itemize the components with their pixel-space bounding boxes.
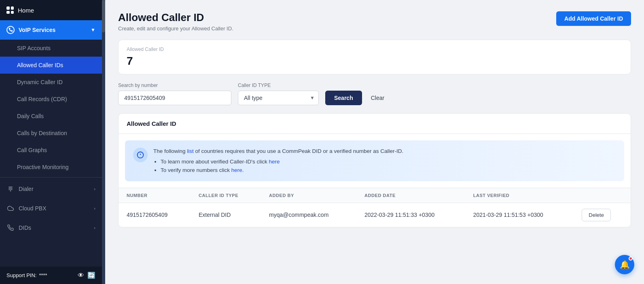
search-by-number-input[interactable] [118,91,231,105]
cell-added-date: 2022-03-29 11:51:33 +0300 [356,203,465,227]
cell-actions: Delete [574,203,631,227]
search-by-number-label: Search by number [118,83,231,88]
search-button[interactable]: Search [325,91,362,105]
sidebar-item-allowed-caller-ids[interactable]: Allowed Caller IDs [0,57,102,74]
svg-point-1 [10,187,11,187]
scrollbar-thumb[interactable] [102,0,105,32]
phone-icon [6,224,15,232]
table-card-header: Allowed Caller ID [119,114,631,134]
add-allowed-caller-id-button[interactable]: Add Allowed Caller ID [556,11,631,26]
table-header-row: NUMBER CALLER ID TYPE ADDED BY ADDED DAT… [119,188,631,203]
sidebar-dialer-label: Dialer [19,186,34,192]
sidebar-top-bar: Home [0,0,102,20]
clear-button[interactable]: Clear [369,91,387,105]
table-body: 4915172605409 External DID myqa@commpeak… [119,203,631,227]
sidebar-item-daily-calls[interactable]: Daily Calls [0,108,102,125]
col-caller-id-type: CALLER ID TYPE [191,188,261,203]
sidebar-item-cloud-pbx[interactable]: Cloud PBX › [0,199,102,218]
support-pin-label: Support PIN: [6,272,36,278]
cell-last-verified: 2021-03-29 11:51:53 +0300 [465,203,574,227]
verify-numbers-link[interactable]: here [231,167,242,173]
countries-list-link[interactable]: list [187,148,194,154]
support-pin-value: **** [39,272,47,278]
col-added-by: ADDED BY [261,188,356,203]
stat-card-value: 7 [127,55,623,68]
sidebar-item-sip-accounts[interactable]: SIP Accounts [0,40,102,57]
sidebar-sub-items: SIP Accounts Allowed Caller IDs Dynamic … [0,40,102,176]
eye-icon[interactable]: 👁 [78,272,84,279]
page-title: Allowed Caller ID [118,11,233,24]
cell-caller-id-type: External DID [191,203,261,227]
dialer-icon [6,185,15,193]
bullet-1: To learn more about verified Caller-ID's… [161,157,403,166]
sidebar-item-voip-services[interactable]: VoIP Services ▼ [0,20,102,40]
sidebar-item-call-graphs[interactable]: Call Graphs [0,142,102,159]
sidebar-cloud-pbx-label: Cloud PBX [19,205,46,212]
table-head: NUMBER CALLER ID TYPE ADDED BY ADDED DAT… [119,188,631,203]
svg-point-4 [10,188,11,189]
learn-more-link[interactable]: here [269,159,280,165]
sidebar-footer: Support PIN: **** 👁 🔄 [0,267,102,284]
table-row: 4915172605409 External DID myqa@commpeak… [119,203,631,227]
cell-added-by: myqa@commpeak.com [261,203,356,227]
caller-id-type-group: Caller ID TYPE All type External DID Int… [238,83,319,105]
sidebar-home-label: Home [18,7,34,14]
svg-point-9 [10,191,11,191]
col-added-date: ADDED DATE [356,188,465,203]
voip-icon [6,26,15,34]
sidebar-item-dialer[interactable]: Dialer › [0,179,102,199]
search-by-number-group: Search by number [118,83,231,105]
table-card: Allowed Caller ID The following list of … [118,113,631,227]
main-content: Allowed Caller ID Create, edit and confi… [105,0,644,284]
fab-notification-button[interactable]: 🔔 [615,255,634,274]
cell-number: 4915172605409 [119,203,191,227]
svg-point-6 [9,189,10,190]
sidebar-scrollbar[interactable] [102,0,105,284]
info-icon [133,148,148,162]
svg-point-3 [9,188,10,189]
sidebar-divider [0,177,102,178]
page-subtitle: Create, edit and configure your Allowed … [118,25,233,32]
col-actions [574,188,631,203]
allowed-caller-id-table: NUMBER CALLER ID TYPE ADDED BY ADDED DAT… [119,188,631,227]
info-banner-text: The following list of countries requires… [153,147,403,175]
svg-point-2 [11,187,12,187]
sidebar-item-dids[interactable]: DIDs › [0,218,102,237]
info-banner: The following list of countries requires… [125,140,624,181]
filter-row: Search by number Caller ID TYPE All type… [118,83,631,105]
svg-point-5 [11,188,12,189]
sidebar-item-calls-by-destination[interactable]: Calls by Destination [0,125,102,142]
page-header: Allowed Caller ID Create, edit and confi… [118,11,631,32]
stat-card-label: Allowed Caller ID [127,47,623,52]
caller-id-type-select[interactable]: All type External DID Internal Verified [238,91,319,105]
grid-icon [6,6,14,14]
stat-card-allowed-caller-id: Allowed Caller ID 7 [118,40,631,74]
svg-point-7 [10,189,11,190]
svg-point-8 [11,189,12,190]
voip-services-label: VoIP Services [19,27,55,33]
chevron-down-icon: ▼ [91,27,95,33]
sidebar-item-proactive-monitoring[interactable]: Proactive Monitoring [0,159,102,176]
bell-icon: 🔔 [620,260,630,269]
caller-id-type-label: Caller ID TYPE [238,83,319,88]
delete-button[interactable]: Delete [582,209,611,221]
sidebar-item-call-records[interactable]: Call Records (CDR) [0,91,102,108]
dids-chevron-icon: › [94,225,95,230]
sidebar: Home VoIP Services ▼ SIP Accounts Allowe… [0,0,102,284]
notification-dot [629,256,633,261]
refresh-icon[interactable]: 🔄 [87,271,95,279]
cloud-pbx-chevron-icon: › [94,206,95,211]
sidebar-dids-label: DIDs [19,225,31,231]
sidebar-item-dynamic-caller-id[interactable]: Dynamic Caller ID [0,74,102,91]
bullet-2: To verify more numbers click here. [161,166,403,175]
dialer-chevron-icon: › [94,187,95,191]
col-last-verified: LAST VERIFIED [465,188,574,203]
svg-point-0 [9,187,10,187]
cloud-icon [6,204,15,212]
col-number: NUMBER [119,188,191,203]
